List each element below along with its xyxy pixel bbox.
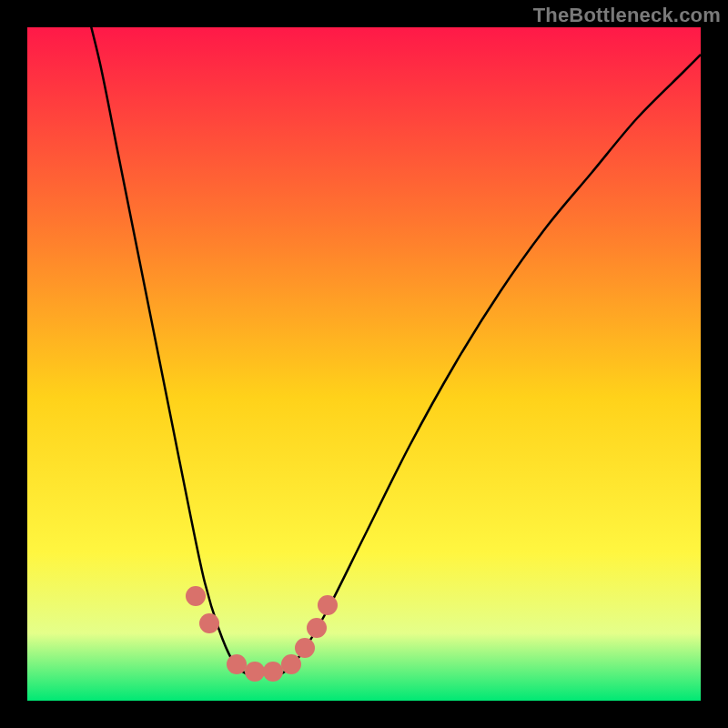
data-marker	[199, 613, 219, 633]
data-marker	[281, 654, 301, 674]
data-marker	[295, 638, 315, 658]
watermark-label: TheBottleneck.com	[533, 4, 721, 27]
chart-frame: TheBottleneck.com	[0, 0, 728, 728]
data-marker	[245, 662, 265, 682]
plot-area	[27, 27, 701, 701]
data-marker	[307, 618, 327, 638]
chart-canvas	[27, 27, 701, 701]
gradient-background	[27, 27, 701, 701]
data-marker	[227, 654, 247, 674]
data-marker	[186, 586, 206, 606]
data-marker	[263, 662, 283, 682]
data-marker	[318, 595, 338, 615]
